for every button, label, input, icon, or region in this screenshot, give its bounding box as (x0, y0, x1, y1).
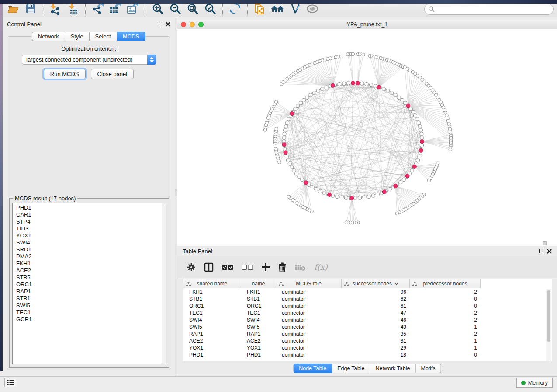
mcds-result-item[interactable]: STB1 (16, 295, 166, 302)
column-header-mcds-role[interactable]: MCDS role (276, 279, 342, 288)
mcds-hub-node[interactable] (327, 193, 331, 197)
network-node[interactable] (301, 178, 304, 181)
network-node[interactable] (409, 107, 412, 111)
network-node[interactable] (274, 147, 278, 151)
unselect-all-icon[interactable] (242, 264, 253, 270)
mcds-hub-node[interactable] (420, 140, 424, 144)
network-node[interactable] (275, 127, 278, 131)
network-node[interactable] (286, 121, 289, 124)
network-node[interactable] (283, 132, 286, 136)
network-node[interactable] (309, 93, 312, 97)
mcds-result-item[interactable]: YOX1 (16, 232, 166, 239)
network-node[interactable] (420, 144, 423, 147)
table-row[interactable]: PHD1PHD1dominator180 (183, 351, 552, 358)
network-node[interactable] (298, 175, 301, 179)
network-node[interactable] (358, 196, 362, 199)
network-node[interactable] (311, 186, 314, 189)
network-node[interactable] (413, 114, 417, 117)
network-node[interactable] (390, 91, 393, 95)
network-node[interactable] (449, 148, 452, 151)
mcds-result-item[interactable]: SRD1 (16, 246, 166, 253)
float-panel-icon[interactable] (158, 22, 162, 26)
column-header-shared-name[interactable]: shared name (183, 279, 241, 288)
network-node[interactable] (365, 82, 368, 86)
network-node[interactable] (399, 181, 402, 184)
mcds-result-scrollbar[interactable] (162, 203, 166, 364)
mcds-result-item[interactable]: PMA2 (16, 253, 166, 260)
network-node[interactable] (394, 93, 397, 97)
float-panel-icon[interactable] (539, 249, 543, 253)
delete-row-icon[interactable] (278, 262, 286, 272)
network-node[interactable] (346, 81, 350, 85)
mcds-hub-node[interactable] (331, 83, 335, 87)
mcds-hub-node[interactable] (304, 181, 308, 185)
network-window-titlebar[interactable]: YPA_prune.txt_1 (177, 20, 557, 29)
close-panel-button[interactable]: Close panel (91, 69, 134, 79)
add-row-icon[interactable] (261, 263, 270, 272)
table-row[interactable]: SWI4SWI4dominator462 (183, 316, 552, 323)
network-node[interactable] (295, 172, 298, 175)
tab-style[interactable]: Style (65, 32, 90, 41)
network-node[interactable] (299, 101, 302, 105)
network-node[interactable] (292, 168, 296, 172)
close-panel-icon[interactable] (166, 22, 170, 27)
tab-edge-table[interactable]: Edge Table (332, 364, 370, 373)
mcds-result-item[interactable]: STB5 (16, 274, 166, 281)
tab-mcds[interactable]: MCDS (117, 32, 145, 41)
table-row[interactable]: STB1STB1dominator620 (183, 296, 552, 303)
network-node[interactable] (340, 196, 343, 199)
network-node[interactable] (312, 91, 316, 95)
mcds-result-item[interactable]: TID3 (16, 225, 166, 232)
network-node[interactable] (427, 179, 431, 182)
network-node[interactable] (288, 162, 291, 165)
network-node[interactable] (360, 82, 364, 85)
table-row[interactable]: ACE2ACE2connector311 (183, 337, 552, 344)
network-node[interactable] (371, 194, 375, 197)
column-header-successor-nodes[interactable]: successor nodes (342, 279, 410, 288)
network-node[interactable] (284, 124, 288, 128)
network-node[interactable] (369, 83, 373, 86)
table-scrollbar[interactable] (546, 289, 551, 361)
mcds-result-item[interactable]: PHD1 (16, 204, 166, 211)
network-node[interactable] (420, 132, 423, 136)
mcds-hub-node[interactable] (394, 184, 398, 188)
mcds-hub-node[interactable] (284, 151, 287, 155)
table-row[interactable]: FKH1FKH1dominator962 (183, 289, 552, 296)
network-node[interactable] (386, 89, 390, 93)
network-node[interactable] (402, 178, 405, 181)
network-node[interactable] (336, 195, 339, 198)
search-input[interactable] (424, 3, 554, 15)
mcds-hub-node[interactable] (377, 85, 381, 89)
mcds-hub-node[interactable] (351, 81, 355, 85)
network-node[interactable] (296, 104, 300, 108)
network-node[interactable] (417, 121, 420, 124)
column-header-predecessor-nodes[interactable]: predecessor nodes (410, 279, 481, 288)
table-row[interactable]: ORC1ORC1dominator610 (183, 303, 552, 309)
network-node[interactable] (382, 87, 385, 91)
mcds-hub-node[interactable] (350, 196, 354, 200)
network-node[interactable] (416, 158, 419, 162)
mcds-result-list[interactable]: PHD1CAR1STP4TID3YOX1SWI4SRD1PMA2FKH1ACE2… (12, 203, 166, 364)
mcds-result-item[interactable]: GCR1 (16, 316, 166, 323)
column-header-name[interactable]: name (241, 279, 276, 288)
network-node[interactable] (322, 191, 326, 195)
mcds-result-item[interactable]: SWI4 (16, 239, 166, 246)
table-settings-icon[interactable] (187, 263, 196, 272)
network-node[interactable] (419, 128, 422, 132)
network-node[interactable] (286, 158, 290, 162)
network-node[interactable] (410, 168, 414, 172)
mcds-result-item[interactable]: SWI5 (16, 302, 166, 309)
table-row[interactable]: SWI5SWI5connector431 (183, 323, 552, 330)
split-grip[interactable] (543, 241, 547, 245)
network-canvas[interactable] (177, 29, 557, 246)
network-node[interactable] (290, 165, 294, 169)
network-node[interactable] (316, 89, 320, 93)
network-node[interactable] (420, 136, 424, 139)
network-node[interactable] (418, 155, 421, 158)
mcds-hub-node[interactable] (290, 112, 294, 116)
network-graph[interactable] (177, 29, 557, 246)
table-row[interactable]: RAP1RAP1dominator352 (183, 330, 552, 337)
network-node[interactable] (342, 82, 346, 85)
mcds-result-item[interactable]: ACE2 (16, 267, 166, 274)
network-node[interactable] (344, 196, 348, 199)
